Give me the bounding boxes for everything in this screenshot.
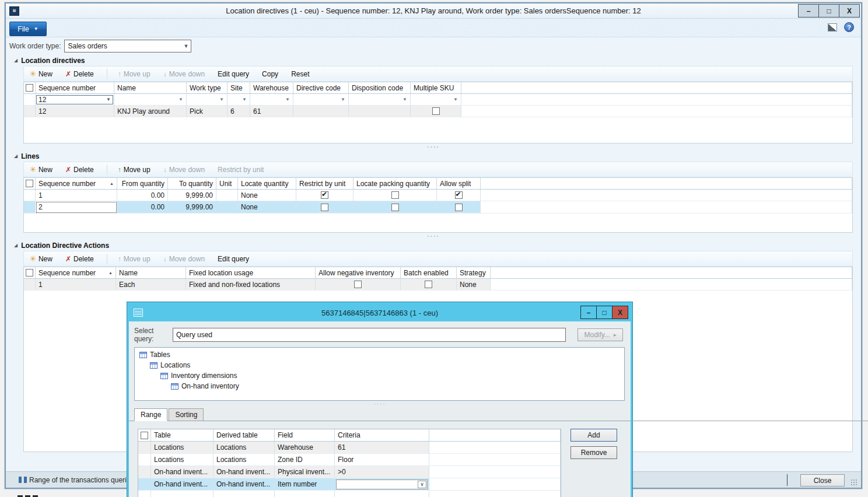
column-header-name[interactable]: Name: [114, 82, 187, 94]
remove-button[interactable]: Remove: [570, 446, 617, 459]
restrict-by-unit-button[interactable]: Restrict by unit: [218, 166, 264, 174]
filter-warehouse[interactable]: ▼: [250, 94, 293, 106]
dialog-maximize-button[interactable]: □: [596, 306, 612, 319]
table-row[interactable]: 1 Each Fixed and non-fixed locations Non…: [24, 279, 852, 290]
resize-grip-icon[interactable]: ····: [129, 401, 631, 407]
filter-sequence-number-combo[interactable]: 12 ▼: [36, 95, 113, 104]
column-header-name[interactable]: Name: [116, 267, 186, 279]
add-button[interactable]: Add: [570, 429, 617, 442]
column-header-from-quantity[interactable]: From quantity: [117, 178, 168, 190]
tree-item-locations[interactable]: Locations: [138, 360, 624, 370]
tab-range[interactable]: Range: [134, 408, 167, 421]
section-lines-header[interactable]: ◢ Lines: [14, 150, 853, 162]
resize-grip-icon[interactable]: ····: [14, 144, 853, 150]
edit-query-button[interactable]: Edit query: [218, 70, 249, 78]
column-header-allow-split[interactable]: Allow split: [437, 178, 481, 190]
filter-disposition-code[interactable]: ▼: [349, 94, 411, 106]
column-header-fixed-location-usage[interactable]: Fixed location usage: [186, 267, 316, 279]
section-location-directives-header[interactable]: ◢ Location directives: [14, 55, 853, 66]
select-all-checkbox[interactable]: [24, 178, 36, 190]
table-row-selected[interactable]: On-hand invent... On-hand invent... Item…: [138, 478, 561, 491]
reset-button[interactable]: Reset: [291, 70, 309, 78]
edit-query-button[interactable]: Edit query: [218, 255, 249, 263]
minimize-button[interactable]: –: [798, 4, 819, 18]
column-header-sequence-number[interactable]: Sequence number: [36, 82, 114, 94]
move-down-button[interactable]: ↓Move down: [163, 255, 205, 263]
batch-enabled-checkbox[interactable]: [425, 281, 432, 288]
new-button[interactable]: ✳New: [30, 69, 52, 78]
delete-button[interactable]: ✗Delete: [65, 255, 94, 263]
multiple-sku-checkbox[interactable]: [432, 107, 440, 115]
column-header-sequence-number[interactable]: Sequence number▲: [36, 178, 117, 190]
delete-button[interactable]: ✗Delete: [65, 70, 94, 78]
move-up-button[interactable]: ↑Move up: [118, 70, 150, 78]
column-header-batch-enabled[interactable]: Batch enabled: [401, 267, 457, 279]
table-row[interactable]: Locations Locations Warehouse 61: [138, 442, 561, 454]
select-all-checkbox[interactable]: [24, 82, 36, 94]
move-up-button[interactable]: ↑Move up: [118, 166, 150, 174]
column-header-field[interactable]: Field: [275, 429, 335, 442]
restrict-by-unit-checkbox[interactable]: [321, 191, 328, 199]
select-all-checkbox[interactable]: [138, 429, 151, 442]
allow-split-checkbox[interactable]: [455, 191, 463, 199]
filter-directive-code[interactable]: ▼: [293, 94, 349, 106]
tree-item-on-hand-inventory[interactable]: On-hand inventory: [138, 381, 624, 391]
table-row[interactable]: 12 KNJ Play around Pick 6 61: [24, 106, 852, 117]
column-header-restrict-by-unit[interactable]: Restrict by unit: [296, 178, 354, 190]
select-query-input[interactable]: Query used: [173, 328, 566, 342]
table-row[interactable]: 1 0.00 9,999.00 None: [24, 190, 852, 201]
resize-grip-icon[interactable]: ····: [14, 233, 853, 240]
criteria-combo-input[interactable]: ∨: [336, 480, 428, 489]
column-header-sequence-number[interactable]: Sequence number▲: [36, 267, 116, 279]
layout-pane-icon[interactable]: [828, 23, 837, 32]
column-header-multiple-sku[interactable]: Multiple SKU: [411, 82, 461, 94]
work-order-type-select[interactable]: Sales orders ▼: [64, 40, 191, 52]
new-button[interactable]: ✳New: [30, 254, 52, 263]
tree-item-tables[interactable]: Tables: [138, 349, 624, 360]
column-header-directive-code[interactable]: Directive code: [293, 82, 349, 94]
allow-split-checkbox[interactable]: [455, 204, 463, 211]
locate-packing-checkbox[interactable]: [391, 204, 399, 211]
tab-sorting[interactable]: Sorting: [169, 408, 204, 421]
modify-button[interactable]: Modify... ▸: [578, 328, 623, 341]
select-all-checkbox[interactable]: [24, 267, 36, 279]
help-icon[interactable]: ?: [844, 22, 854, 32]
chevron-down-icon[interactable]: ∨: [418, 481, 426, 488]
column-header-allow-negative-inventory[interactable]: Allow negative inventory: [316, 267, 401, 279]
move-up-button[interactable]: ↑Move up: [118, 255, 150, 263]
column-header-strategy[interactable]: Strategy: [457, 267, 491, 279]
dialog-minimize-button[interactable]: –: [580, 306, 597, 319]
table-row-selected[interactable]: 2 0.00 9,999.00 None: [24, 201, 852, 214]
filter-work-type[interactable]: ▼: [187, 94, 228, 106]
column-header-to-quantity[interactable]: To quantity: [168, 178, 216, 190]
filter-site[interactable]: ▼: [228, 94, 250, 106]
column-header-table[interactable]: Table: [151, 429, 214, 442]
dialog-close-button[interactable]: X: [612, 306, 628, 319]
file-menu-button[interactable]: File ▼: [9, 22, 47, 36]
move-down-button[interactable]: ↓Move down: [163, 70, 205, 78]
section-actions-header[interactable]: ◢ Location Directive Actions: [14, 240, 853, 251]
copy-button[interactable]: Copy: [262, 70, 278, 78]
filter-multiple-sku[interactable]: ▼: [411, 94, 461, 106]
restrict-by-unit-checkbox[interactable]: [321, 204, 328, 211]
maximize-button[interactable]: □: [818, 4, 839, 18]
column-header-unit[interactable]: Unit: [216, 178, 238, 190]
locate-packing-checkbox[interactable]: [391, 191, 399, 199]
table-row[interactable]: On-hand invent... On-hand invent... Phys…: [138, 466, 561, 478]
column-header-site[interactable]: Site: [228, 82, 250, 94]
filter-name[interactable]: ▼: [114, 94, 187, 106]
delete-button[interactable]: ✗Delete: [65, 166, 94, 174]
allow-negative-checkbox[interactable]: [354, 281, 362, 288]
window-resize-grip[interactable]: [850, 479, 858, 486]
column-header-derived-table[interactable]: Derived table: [214, 429, 275, 442]
tree-item-inventory-dimensions[interactable]: Inventory dimensions: [138, 370, 624, 381]
column-header-criteria[interactable]: Criteria: [335, 429, 429, 442]
column-header-locate-packing-quantity[interactable]: Locate packing quantity: [354, 178, 437, 190]
new-button[interactable]: ✳New: [30, 165, 52, 174]
column-header-locate-quantity[interactable]: Locate quantity: [238, 178, 296, 190]
close-window-button[interactable]: X: [839, 4, 860, 18]
column-header-work-type[interactable]: Work type: [187, 82, 228, 94]
column-header-warehouse[interactable]: Warehouse: [250, 82, 293, 94]
table-row[interactable]: Locations Locations Zone ID Floor: [138, 454, 561, 466]
move-down-button[interactable]: ↓Move down: [163, 166, 205, 174]
